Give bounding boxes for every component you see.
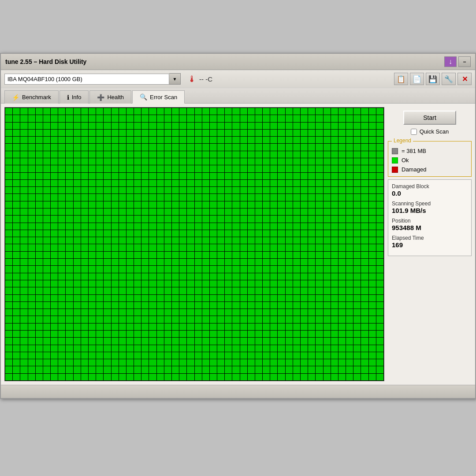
grid-cell [58, 324, 65, 330]
minimize-button[interactable]: – [458, 56, 471, 67]
grid-cell [248, 273, 255, 280]
grid-cell [217, 266, 224, 272]
grid-cell [255, 302, 262, 309]
grid-cell [28, 208, 35, 215]
grid-cell [51, 331, 58, 337]
grid-cell [331, 287, 338, 294]
grid-cell [5, 165, 12, 172]
grid-cell [217, 352, 224, 359]
grid-cell [28, 352, 35, 359]
grid-cell [361, 259, 368, 265]
grid-cell [293, 295, 300, 301]
grid-cell [187, 359, 194, 366]
grid-cell [293, 237, 300, 244]
quick-scan-checkbox[interactable] [411, 129, 417, 135]
grid-cell [164, 123, 171, 129]
grid-cell [195, 244, 202, 251]
grid-cell [96, 359, 103, 366]
grid-cell [20, 230, 27, 237]
grid-cell [20, 165, 27, 172]
grid-cell [263, 266, 270, 272]
grid-cell [96, 273, 103, 280]
grid-cell [141, 287, 149, 294]
grid-cell [195, 338, 202, 344]
grid-cell [134, 259, 141, 265]
download-button[interactable]: ↓ [444, 56, 457, 67]
save-button[interactable]: 💾 [426, 73, 440, 85]
grid-cell [157, 259, 164, 265]
grid-cell [270, 302, 277, 309]
tab-health[interactable]: ➕ Health [89, 90, 131, 104]
tools-button[interactable]: 🔧 [442, 73, 456, 85]
grid-cell [240, 259, 247, 265]
grid-cell [369, 287, 376, 294]
grid-cell [96, 173, 103, 179]
grid-cell [20, 151, 27, 158]
grid-cell [179, 151, 186, 158]
grid-cell [202, 173, 209, 179]
grid-cell [81, 223, 88, 230]
grid-cell [96, 266, 103, 272]
disk-dropdown-arrow[interactable]: ▼ [169, 73, 181, 85]
grid-cell [248, 374, 255, 380]
grid-cell [5, 302, 12, 309]
grid-cell [187, 338, 194, 344]
grid-cell [324, 230, 331, 237]
grid-cell [195, 324, 202, 330]
grid-cell [141, 137, 149, 143]
paste-button[interactable]: 📄 [410, 73, 424, 85]
grid-cell [66, 345, 73, 352]
grid-cell [210, 230, 217, 237]
grid-cell [338, 237, 346, 244]
grid-cell [217, 309, 224, 316]
grid-cell [179, 316, 186, 323]
grid-cell [217, 208, 224, 215]
grid-cell [202, 266, 209, 272]
tab-error-scan[interactable]: 🔍 Error Scan [132, 90, 185, 104]
grid-cell [210, 345, 217, 352]
tab-info[interactable]: ℹ Info [60, 90, 89, 104]
grid-cell [51, 309, 58, 316]
grid-cell [376, 165, 383, 172]
grid-cell [263, 345, 270, 352]
grid-cell [134, 302, 141, 309]
grid-cell [293, 273, 300, 280]
grid-cell [248, 345, 255, 352]
grid-cell [195, 230, 202, 237]
grid-cell [164, 137, 171, 143]
grid-cell [278, 359, 285, 366]
grid-cell [278, 173, 285, 179]
grid-cell [324, 173, 331, 179]
grid-cell [187, 316, 194, 323]
grid-cell [225, 237, 232, 244]
grid-cell [195, 187, 202, 193]
grid-cell [74, 302, 81, 309]
copy-button[interactable]: 📋 [394, 73, 408, 85]
grid-cell [112, 338, 119, 344]
grid-cell [141, 259, 149, 265]
grid-cell [149, 266, 156, 272]
disk-input[interactable] [4, 74, 169, 85]
grid-cell [263, 338, 270, 344]
grid-cell [376, 208, 383, 215]
grid-cell [187, 352, 194, 359]
grid-cell [248, 331, 255, 337]
grid-cell [149, 359, 156, 366]
grid-cell [36, 287, 43, 294]
grid-cell [301, 115, 308, 122]
close-button[interactable]: ✕ [457, 73, 472, 85]
grid-cell [36, 237, 43, 244]
tab-benchmark[interactable]: ⚡ Benchmark [4, 90, 59, 104]
grid-cell [353, 108, 361, 115]
grid-cell [270, 230, 277, 237]
grid-cell [217, 331, 224, 337]
grid-cell [126, 266, 134, 272]
grid-cell [210, 352, 217, 359]
grid-cell [308, 359, 315, 366]
grid-cell [255, 237, 262, 244]
grid-cell [149, 115, 156, 122]
start-button[interactable]: Start [403, 111, 456, 125]
grid-cell [5, 338, 12, 344]
grid-cell [195, 208, 202, 215]
grid-cell [58, 273, 65, 280]
